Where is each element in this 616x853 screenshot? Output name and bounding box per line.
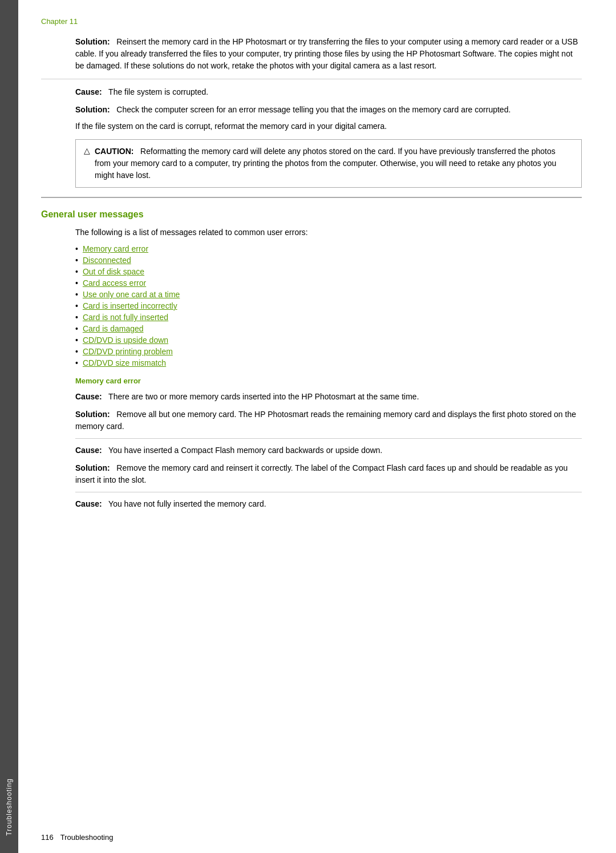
solution2-extra: If the file system on the card is corrup… [75, 120, 582, 132]
mce-cause1-label: Cause: [75, 392, 102, 401]
caution-box: △ CAUTION: Reformatting the memory card … [75, 139, 582, 188]
list-item: Out of disk space [75, 267, 582, 276]
inner-divider-2 [75, 492, 582, 492]
cause2-text: Cause: The file system is corrupted. [75, 86, 582, 98]
list-item: CD/DVD printing problem [75, 347, 582, 356]
mce-solution2-body: Remove the memory card and reinsert it c… [75, 463, 568, 484]
cause2-block: Cause: The file system is corrupted. [75, 86, 582, 98]
mce-solution2-text: Solution: Remove the memory card and rei… [75, 462, 582, 486]
inner-divider-1 [75, 438, 582, 439]
caution-text: CAUTION: Reformatting the memory card wi… [95, 145, 573, 181]
solution2-text: Solution: Check the computer screen for … [75, 104, 582, 116]
memory-card-error-content: Cause: There are two or more memory card… [75, 391, 582, 510]
link-memory-card-error[interactable]: Memory card error [83, 244, 148, 253]
outer-divider-1 [41, 197, 582, 198]
cause2-label: Cause: [75, 87, 102, 96]
sidebar: Troubleshooting [0, 0, 18, 853]
list-item: CD/DVD is upside down [75, 335, 582, 345]
link-cddvd-upside-down[interactable]: CD/DVD is upside down [83, 335, 168, 345]
mce-cause3-label: Cause: [75, 499, 102, 508]
list-item: Card is inserted incorrectly [75, 301, 582, 310]
link-use-only-one-card[interactable]: Use only one card at a time [83, 290, 180, 299]
mce-solution1-label: Solution: [75, 410, 110, 419]
mce-cause2-label: Cause: [75, 446, 102, 455]
mce-solution2-label: Solution: [75, 463, 110, 472]
caution-body: Reformatting the memory card will delete… [95, 147, 556, 180]
cause2-body: The file system is corrupted. [108, 87, 208, 96]
mce-cause3-text: Cause: You have not fully inserted the m… [75, 498, 582, 510]
link-cddvd-size-mismatch[interactable]: CD/DVD size mismatch [83, 358, 166, 367]
mce-solution1-block: Solution: Remove all but one memory card… [75, 409, 582, 432]
list-item: Card is damaged [75, 324, 582, 333]
solution2-block: Solution: Check the computer screen for … [75, 104, 582, 132]
bullet-list: Memory card error Disconnected Out of di… [75, 244, 582, 367]
link-card-not-fully-inserted[interactable]: Card is not fully inserted [83, 313, 168, 322]
chapter-header: Chapter 11 [41, 17, 582, 26]
solution2-label: Solution: [75, 105, 110, 114]
divider-1 [41, 79, 582, 79]
mce-cause2-block: Cause: You have inserted a Compact Flash… [75, 444, 582, 456]
page-number: 116 [41, 833, 54, 842]
mce-cause3-body: You have not fully inserted the memory c… [108, 499, 266, 508]
solution1-label: Solution: [75, 37, 110, 46]
sidebar-label: Troubleshooting [5, 778, 13, 836]
link-out-of-disk-space[interactable]: Out of disk space [83, 267, 144, 276]
memory-card-error-heading: Memory card error [75, 377, 582, 385]
page-container: Troubleshooting Chapter 11 Solution: Rei… [0, 0, 616, 853]
mce-solution1-text: Solution: Remove all but one memory card… [75, 409, 582, 432]
mce-cause3-block: Cause: You have not fully inserted the m… [75, 498, 582, 510]
main-content: Chapter 11 Solution: Reinsert the memory… [18, 0, 616, 550]
solution1-body: Reinsert the memory card in the HP Photo… [75, 37, 578, 70]
list-item: CD/DVD size mismatch [75, 358, 582, 367]
mce-cause1-body: There are two or more memory cards inser… [108, 392, 419, 401]
link-card-damaged[interactable]: Card is damaged [83, 324, 144, 333]
mce-cause1-block: Cause: There are two or more memory card… [75, 391, 582, 403]
mce-cause1-text: Cause: There are two or more memory card… [75, 391, 582, 403]
caution-icon: △ [84, 146, 90, 155]
mce-cause2-body: You have inserted a Compact Flash memory… [108, 446, 382, 455]
mce-cause2-text: Cause: You have inserted a Compact Flash… [75, 444, 582, 456]
footer-label: Troubleshooting [60, 833, 114, 842]
list-item: Card is not fully inserted [75, 313, 582, 322]
solution2-body: Check the computer screen for an error m… [116, 105, 510, 114]
solution1-text: Solution: Reinsert the memory card in th… [75, 36, 582, 72]
general-user-messages-heading: General user messages [41, 209, 582, 220]
link-card-access-error[interactable]: Card access error [83, 278, 146, 288]
link-card-inserted-incorrectly[interactable]: Card is inserted incorrectly [83, 301, 177, 310]
caution-label: CAUTION: [95, 147, 133, 156]
solution-block-1: Solution: Reinsert the memory card in th… [75, 36, 582, 72]
mce-solution2-block: Solution: Remove the memory card and rei… [75, 462, 582, 486]
list-item: Card access error [75, 278, 582, 288]
intro-para: The following is a list of messages rela… [75, 227, 582, 238]
list-item: Memory card error [75, 244, 582, 253]
link-disconnected[interactable]: Disconnected [83, 256, 131, 265]
list-item: Use only one card at a time [75, 290, 582, 299]
list-item: Disconnected [75, 256, 582, 265]
link-cddvd-printing-problem[interactable]: CD/DVD printing problem [83, 347, 173, 356]
mce-solution1-body: Remove all but one memory card. The HP P… [75, 410, 576, 431]
page-footer: 116 Troubleshooting [18, 833, 616, 842]
